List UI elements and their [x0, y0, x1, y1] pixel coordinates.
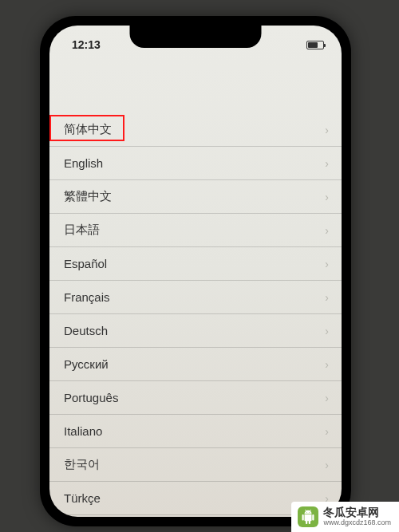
- chevron-right-icon: ›: [325, 191, 329, 203]
- battery-icon: [306, 41, 324, 49]
- language-row-french[interactable]: Français ›: [49, 281, 342, 314]
- watermark-url: www.dgxcdz168.com: [323, 519, 391, 527]
- language-row-russian[interactable]: Русский ›: [49, 348, 342, 381]
- chevron-right-icon: ›: [325, 358, 329, 371]
- watermark: 冬瓜安卓网 www.dgxcdz168.com: [291, 502, 399, 532]
- watermark-text: 冬瓜安卓网 www.dgxcdz168.com: [323, 506, 391, 526]
- language-label: Português: [64, 391, 325, 404]
- language-label: 日本語: [64, 223, 325, 238]
- chevron-right-icon: ›: [325, 157, 329, 170]
- language-label: Русский: [64, 357, 325, 371]
- chevron-right-icon: ›: [325, 425, 329, 438]
- language-label: Italiano: [64, 424, 325, 438]
- notch: [130, 26, 262, 48]
- language-row-italian[interactable]: Italiano ›: [49, 415, 342, 448]
- chevron-right-icon: ›: [325, 258, 329, 270]
- language-row-english[interactable]: English ›: [49, 147, 342, 180]
- language-label: 繁體中文: [64, 189, 325, 204]
- language-list: 简体中文 › English › 繁體中文 › 日本語 › Español: [49, 113, 342, 515]
- chevron-right-icon: ›: [325, 392, 329, 404]
- screen: 12:13 简体中文 › English › 繁體中文: [49, 26, 342, 517]
- language-row-spanish[interactable]: Español ›: [49, 247, 342, 281]
- language-row-german[interactable]: Deutsch ›: [49, 314, 342, 348]
- language-row-japanese[interactable]: 日本語 ›: [49, 214, 342, 247]
- list-spacer: [49, 57, 342, 113]
- chevron-right-icon: ›: [325, 124, 329, 136]
- phone-frame: 12:13 简体中文 › English › 繁體中文: [40, 16, 351, 526]
- status-time: 12:13: [72, 38, 101, 51]
- watermark-android-icon: [298, 506, 318, 527]
- battery-fill: [308, 42, 318, 48]
- chevron-right-icon: ›: [325, 224, 329, 237]
- language-row-traditional-chinese[interactable]: 繁體中文 ›: [49, 180, 342, 214]
- language-label: Deutsch: [64, 324, 325, 337]
- language-label: 한국어: [64, 457, 325, 472]
- language-label: Español: [64, 257, 325, 270]
- language-row-portuguese[interactable]: Português ›: [49, 381, 342, 415]
- language-row-simplified-chinese[interactable]: 简体中文 ›: [49, 113, 342, 147]
- language-label: Français: [64, 290, 325, 304]
- chevron-right-icon: ›: [325, 291, 329, 304]
- chevron-right-icon: ›: [325, 459, 329, 471]
- watermark-title: 冬瓜安卓网: [323, 506, 391, 518]
- language-label: 简体中文: [64, 122, 325, 137]
- chevron-right-icon: ›: [325, 325, 329, 337]
- status-right: [306, 41, 324, 49]
- language-label: Türkçe: [64, 491, 325, 505]
- language-row-korean[interactable]: 한국어 ›: [49, 448, 342, 482]
- language-label: English: [64, 156, 325, 170]
- phone-inner: 12:13 简体中文 › English › 繁體中文: [49, 26, 342, 517]
